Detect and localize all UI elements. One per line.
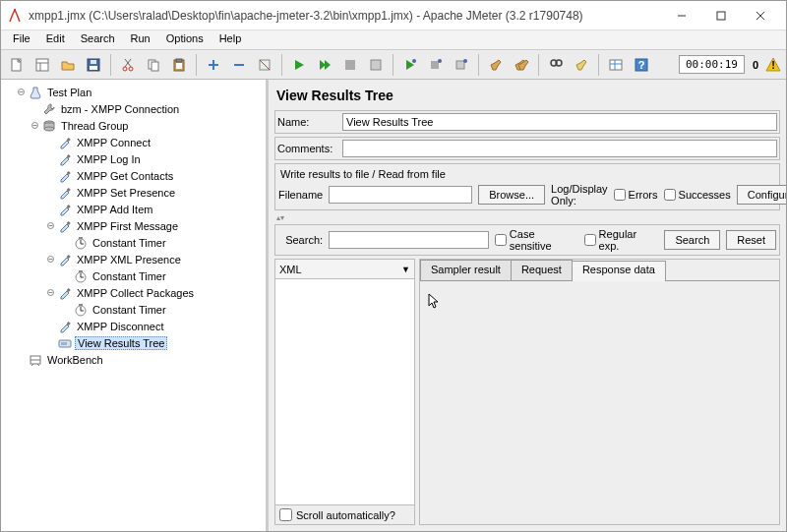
- tab-response-data[interactable]: Response data: [572, 261, 666, 281]
- tree-item-additem[interactable]: XMPP Add Item: [3, 201, 264, 217]
- close-button[interactable]: [741, 4, 780, 28]
- menu-options[interactable]: Options: [158, 30, 212, 49]
- cut-button[interactable]: [116, 53, 140, 77]
- menu-search[interactable]: Search: [73, 30, 123, 49]
- menu-help[interactable]: Help: [212, 30, 250, 49]
- stop-button[interactable]: [338, 53, 362, 77]
- tree-item-label: XMPP Log In: [75, 153, 143, 165]
- tree-item-label: Test Plan: [45, 87, 93, 98]
- tree-item-workbench[interactable]: WorkBench: [3, 351, 264, 368]
- toggle-button[interactable]: [253, 53, 276, 77]
- tree-item-contacts[interactable]: XMPP Get Contacts: [3, 167, 264, 184]
- search-tool-button[interactable]: [544, 53, 568, 77]
- workbench-icon: [29, 353, 42, 367]
- tree-item-label: XMPP Get Contacts: [75, 170, 175, 182]
- case-sensitive-checkbox[interactable]: Case sensitive: [495, 228, 578, 252]
- tree-item-xmlpres[interactable]: XMPP XML Presence: [3, 251, 264, 267]
- test-plan-tree[interactable]: Test Planbzm - XMPP ConnectionThread Gro…: [1, 80, 269, 531]
- search-input[interactable]: [329, 231, 489, 249]
- collapse-icon[interactable]: [30, 121, 39, 130]
- tree-item-login[interactable]: XMPP Log In: [3, 150, 264, 167]
- tree-item-label: bzm - XMPP Connection: [59, 103, 181, 115]
- svg-point-32: [412, 59, 416, 63]
- remote-shutdown-button[interactable]: [450, 53, 473, 77]
- tree-item-test-plan[interactable]: Test Plan: [3, 84, 264, 100]
- svg-rect-65: [79, 237, 83, 239]
- filename-input[interactable]: [329, 186, 472, 204]
- collapse-icon[interactable]: [46, 288, 55, 297]
- name-row: Name:: [274, 110, 780, 134]
- search-button[interactable]: Search: [664, 230, 720, 250]
- main-panel: View Results Tree Name: Comments: Write …: [269, 80, 786, 531]
- svg-rect-82: [61, 342, 67, 345]
- menu-file[interactable]: File: [5, 30, 38, 49]
- errors-checkbox[interactable]: Errors: [614, 189, 658, 201]
- menu-edit[interactable]: Edit: [38, 30, 73, 49]
- svg-marker-28: [325, 60, 331, 70]
- remote-start-button[interactable]: [398, 53, 422, 77]
- collapse-button[interactable]: [227, 53, 251, 77]
- tree-item-label: XMPP Add Item: [75, 204, 154, 215]
- svg-rect-35: [456, 61, 464, 69]
- tree-item-ct2[interactable]: Constant Timer: [3, 267, 264, 284]
- tree-item-collect[interactable]: XMPP Collect Packages: [3, 284, 264, 301]
- tree-item-presence[interactable]: XMPP Set Presence: [3, 184, 264, 201]
- results-tree[interactable]: [275, 279, 414, 504]
- tree-item-vrt[interactable]: View Results Tree: [3, 334, 264, 351]
- regex-checkbox[interactable]: Regular exp.: [584, 228, 659, 252]
- warning-icon[interactable]: !: [764, 56, 782, 74]
- clear-all-button[interactable]: [510, 53, 533, 77]
- name-label: Name:: [277, 116, 338, 128]
- tree-item-label: XMPP XML Presence: [75, 254, 183, 266]
- reset-search-button[interactable]: [570, 53, 593, 77]
- tree-item-ct3[interactable]: Constant Timer: [3, 301, 264, 318]
- tree-item-bzm[interactable]: bzm - XMPP Connection: [3, 100, 264, 117]
- comments-input[interactable]: [342, 140, 777, 157]
- tree-item-thread-group[interactable]: Thread Group: [3, 117, 264, 134]
- paste-button[interactable]: [167, 53, 191, 77]
- expand-button[interactable]: [202, 53, 225, 77]
- name-input[interactable]: [342, 113, 777, 131]
- tree-item-firstmsg[interactable]: XMPP First Message: [3, 217, 264, 234]
- collapse-strip[interactable]: ▴▾: [274, 213, 780, 221]
- save-button[interactable]: [82, 53, 105, 77]
- flask-icon: [29, 86, 42, 99]
- copy-button[interactable]: [142, 53, 165, 77]
- tree-item-connect[interactable]: XMPP Connect: [3, 134, 264, 150]
- svg-point-34: [438, 59, 442, 63]
- open-button[interactable]: [56, 53, 80, 77]
- scroll-auto-checkbox[interactable]: Scroll automatically?: [275, 504, 414, 524]
- tree-item-label: View Results Tree: [75, 336, 167, 350]
- expand-icon: [46, 322, 55, 330]
- browse-button[interactable]: Browse...: [478, 185, 545, 205]
- function-helper-button[interactable]: [604, 53, 628, 77]
- app-window: xmpp1.jmx (C:\Users\ralad\Desktop\fin\ap…: [0, 0, 787, 532]
- successes-checkbox[interactable]: Successes: [664, 189, 731, 201]
- body: Test Planbzm - XMPP ConnectionThread Gro…: [1, 80, 786, 531]
- templates-button[interactable]: [30, 53, 54, 77]
- menu-run[interactable]: Run: [123, 30, 158, 49]
- tree-item-disconnect[interactable]: XMPP Disconnect: [3, 318, 264, 334]
- collapse-icon[interactable]: [46, 221, 55, 230]
- tree-item-ct1[interactable]: Constant Timer: [3, 234, 264, 251]
- tab-request[interactable]: Request: [511, 260, 573, 280]
- configure-button[interactable]: Configure: [737, 185, 786, 205]
- remote-stop-button[interactable]: [424, 53, 448, 77]
- tab-sampler-result[interactable]: Sampler result: [420, 260, 512, 280]
- maximize-button[interactable]: [701, 4, 741, 28]
- start-no-timers-button[interactable]: [313, 53, 336, 77]
- collapse-icon[interactable]: [17, 88, 26, 96]
- renderer-combo[interactable]: XML▼: [275, 260, 414, 279]
- help-button[interactable]: ?: [630, 53, 653, 77]
- reset-button[interactable]: Reset: [726, 230, 776, 250]
- collapse-icon[interactable]: [46, 255, 55, 264]
- tab-body[interactable]: [420, 281, 779, 524]
- svg-rect-20: [176, 63, 182, 69]
- start-button[interactable]: [287, 53, 311, 77]
- new-button[interactable]: [5, 53, 29, 77]
- filename-label: Filename: [278, 189, 323, 201]
- clear-button[interactable]: [484, 53, 508, 77]
- shutdown-button[interactable]: [364, 53, 388, 77]
- results-right: Sampler result Request Response data: [419, 259, 780, 525]
- minimize-button[interactable]: [662, 4, 701, 28]
